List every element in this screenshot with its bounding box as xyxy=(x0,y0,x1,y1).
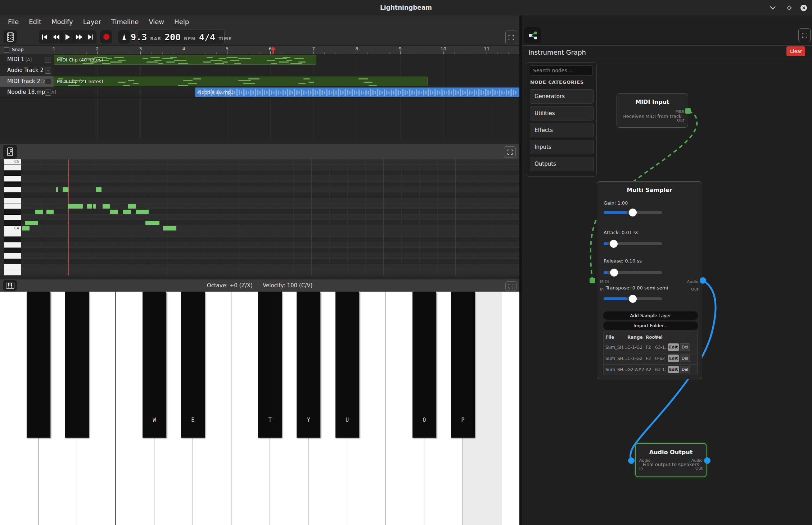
mini-white-key[interactable] xyxy=(4,231,21,237)
track-header-audio-track-2[interactable]: Audio Track 2[A]- xyxy=(0,65,54,76)
white-key[interactable] xyxy=(501,292,519,525)
piano-roll-view-button[interactable] xyxy=(3,145,17,159)
timeline-expand-button[interactable] xyxy=(505,31,517,44)
black-key-E[interactable]: E xyxy=(181,292,205,438)
delete-sample-button[interactable]: Del xyxy=(680,355,690,362)
keyboard-view-button[interactable] xyxy=(3,280,17,291)
menu-item-file[interactable]: File xyxy=(3,15,24,28)
fast-forward-button[interactable] xyxy=(74,30,85,44)
black-key-T[interactable]: T xyxy=(258,292,282,438)
skip-end-button[interactable] xyxy=(85,30,96,44)
midi-note[interactable] xyxy=(110,210,118,214)
midi-note[interactable] xyxy=(96,187,102,192)
delete-sample-button[interactable]: Del xyxy=(680,366,690,373)
mini-black-key[interactable] xyxy=(4,209,21,214)
menu-item-help[interactable]: Help xyxy=(169,15,194,28)
menu-item-modify[interactable]: Modify xyxy=(46,15,78,28)
maximize-button[interactable] xyxy=(785,4,793,12)
mini-white-key[interactable]: C5 xyxy=(4,159,21,165)
edit-sample-button[interactable]: Edit xyxy=(668,366,679,373)
track-toggle-button[interactable]: - xyxy=(45,57,51,63)
rewind-button[interactable] xyxy=(50,30,62,44)
midi-in-port[interactable] xyxy=(590,278,595,283)
timeline-view-button[interactable] xyxy=(4,30,17,44)
mini-white-key[interactable] xyxy=(4,215,21,220)
audio-out-port[interactable] xyxy=(704,457,710,464)
panel-divider[interactable] xyxy=(519,15,522,525)
midi-note[interactable] xyxy=(68,204,83,209)
menu-item-layer[interactable]: Layer xyxy=(78,15,106,28)
mini-black-key[interactable] xyxy=(4,220,21,225)
close-button[interactable] xyxy=(800,4,808,12)
tempo-display[interactable]: 9.3 BAR 200 BPM 4/4 TIME xyxy=(138,29,225,44)
black-key[interactable] xyxy=(65,292,89,438)
slider-handle[interactable] xyxy=(629,209,637,216)
mini-black-key[interactable] xyxy=(4,170,21,176)
edit-sample-button[interactable]: Edit xyxy=(668,355,679,362)
track-row[interactable]: MIDI 1[A]-MIDI Clip (40 notes) xyxy=(0,54,519,65)
delete-sample-button[interactable]: Del xyxy=(680,343,690,351)
midi-note[interactable] xyxy=(22,226,30,230)
black-key-U[interactable]: U xyxy=(335,292,359,438)
black-key-P[interactable]: P xyxy=(451,292,475,438)
mini-white-key[interactable] xyxy=(4,187,21,192)
clip-midi[interactable]: MIDI Clip (21 notes) xyxy=(54,77,428,86)
mini-white-key[interactable] xyxy=(4,253,21,259)
mini-black-key[interactable] xyxy=(4,237,21,242)
param-slider[interactable] xyxy=(604,297,662,300)
midi-note[interactable] xyxy=(35,210,43,214)
virtual-keyboard[interactable]: ASDFGHJKL;WETYUOP xyxy=(0,292,519,525)
track-row[interactable]: Audio Track 2[A]- xyxy=(0,65,519,76)
multi-sampler-node[interactable]: Multi Sampler Gain: 1.00Attack: 0.01 ssR… xyxy=(597,181,702,379)
audio-in-port[interactable] xyxy=(628,457,635,464)
piano-roll-grid[interactable]: C5C4 xyxy=(0,159,519,275)
menu-item-edit[interactable]: Edit xyxy=(24,15,46,28)
mini-black-key[interactable] xyxy=(4,248,21,253)
mini-black-key[interactable] xyxy=(4,182,21,187)
param-slider[interactable] xyxy=(604,211,662,214)
mini-white-key[interactable] xyxy=(4,165,21,170)
track-toggle-button[interactable]: - xyxy=(45,90,51,96)
mini-white-key[interactable]: C4 xyxy=(4,226,21,231)
import-folder-button[interactable]: Import Folder... xyxy=(603,321,698,330)
clip-midi[interactable]: MIDI Clip (40 notes) xyxy=(54,55,316,65)
audio-output-node[interactable]: Audio Output Final output to speakers Au… xyxy=(635,443,707,477)
midi-out-port[interactable] xyxy=(685,108,691,114)
slider-handle[interactable] xyxy=(629,295,637,303)
track-row[interactable]: MIDI Track 2[A]-MIDI Clip (21 notes) xyxy=(0,76,519,87)
midi-note[interactable] xyxy=(25,221,38,225)
mini-white-key[interactable] xyxy=(4,204,21,209)
edit-sample-button[interactable]: Edit xyxy=(668,343,679,351)
track-row[interactable]: Noodle 18.mp3[A]-Noodle 18.mp3 xyxy=(0,87,519,98)
midi-note[interactable] xyxy=(63,187,68,192)
mini-white-key[interactable] xyxy=(4,242,21,248)
midi-note[interactable] xyxy=(87,204,92,209)
track-header-midi-track-2[interactable]: MIDI Track 2[A]- xyxy=(0,76,54,87)
mini-black-key[interactable] xyxy=(4,192,21,198)
midi-note[interactable] xyxy=(136,210,149,214)
mini-white-key[interactable] xyxy=(4,264,21,270)
menu-item-view[interactable]: View xyxy=(144,15,169,28)
midi-note[interactable] xyxy=(103,204,110,209)
midi-note[interactable] xyxy=(93,204,96,209)
add-sample-layer-button[interactable]: Add Sample Layer xyxy=(603,311,698,320)
playhead-marker[interactable] xyxy=(270,46,277,54)
midi-input-node[interactable]: MIDI Input Receives MIDI from track MIDI… xyxy=(617,93,688,128)
midi-note[interactable] xyxy=(46,210,54,214)
roll-playhead[interactable] xyxy=(68,159,69,275)
black-key-O[interactable]: O xyxy=(412,292,436,438)
mini-black-key[interactable] xyxy=(4,259,21,264)
timeline-ruler[interactable]: Snap 1234567891011 xyxy=(0,46,519,54)
mini-white-key[interactable] xyxy=(4,176,21,181)
mini-white-key[interactable] xyxy=(4,198,21,204)
param-slider[interactable] xyxy=(604,242,662,245)
mini-white-key[interactable] xyxy=(4,270,21,275)
metronome-button[interactable] xyxy=(118,30,130,44)
record-button[interactable] xyxy=(100,30,112,44)
param-slider[interactable] xyxy=(604,271,662,274)
menu-item-timeline[interactable]: Timeline xyxy=(106,15,144,28)
slider-handle[interactable] xyxy=(610,269,618,277)
slider-handle[interactable] xyxy=(610,240,618,248)
track-toggle-button[interactable]: - xyxy=(45,79,51,85)
skip-start-button[interactable] xyxy=(39,30,50,44)
